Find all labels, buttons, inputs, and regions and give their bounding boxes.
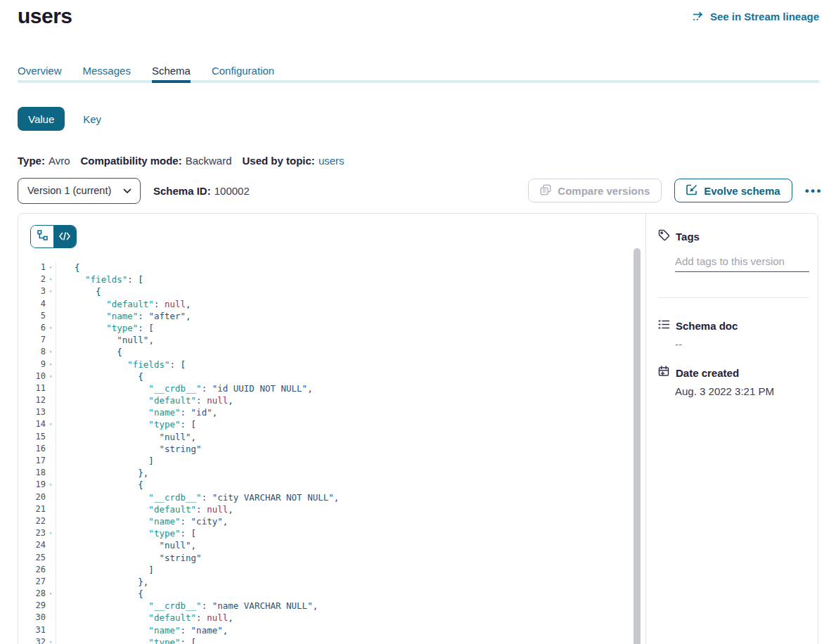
schema-doc-value: -- [675, 338, 809, 350]
fold-spacer [46, 491, 56, 503]
line-number: 32 [18, 636, 46, 644]
fold-arrow-icon[interactable]: ▾ [46, 371, 56, 382]
code-view-toggle[interactable] [53, 226, 76, 247]
code-text: ] [56, 455, 645, 467]
code-line: 7 "null", [18, 334, 645, 346]
fold-arrow-icon[interactable]: ▾ [46, 479, 56, 491]
code-text: { [56, 262, 645, 273]
code-line: 8▾ { [18, 346, 645, 358]
tab-messages[interactable]: Messages [83, 64, 131, 83]
tags-input[interactable] [675, 255, 809, 272]
code-line: 14▾ "type": [ [18, 418, 645, 430]
date-created-section: Date created Aug. 3 2022 3:21 PM [658, 366, 809, 397]
line-number: 18 [18, 467, 46, 479]
code-line: 6▾ "type": [ [18, 322, 645, 334]
value-tab-button[interactable]: Value [18, 107, 65, 131]
tags-header: Tags [658, 229, 809, 243]
fold-spacer [46, 576, 56, 588]
tab-schema[interactable]: Schema [152, 64, 191, 83]
tab-configuration[interactable]: Configuration [212, 64, 274, 83]
tree-view-toggle[interactable] [31, 226, 53, 247]
meta-item: Used by topic:users [243, 155, 345, 167]
code-line: 29 "__crdb__": "name VARCHAR NULL", [18, 600, 645, 612]
meta-value: Backward [186, 155, 232, 167]
tree-view-icon [37, 230, 48, 243]
used-by-topic-link[interactable]: users [319, 155, 345, 167]
line-number: 9 [18, 359, 46, 371]
code-line: 18 }, [18, 467, 645, 479]
fold-arrow-icon[interactable]: ▾ [46, 262, 56, 273]
code-line: 12 "default": null, [18, 394, 645, 406]
evolve-schema-button[interactable]: Evolve schema [674, 179, 792, 202]
fold-spacer [46, 298, 56, 310]
code-line: 20 "__crdb__": "city VARCHAR NOT NULL", [18, 491, 645, 503]
code-line: 25 "string" [18, 552, 645, 564]
meta-label: Used by topic: [243, 155, 315, 167]
code-line: 30 "default": null, [18, 612, 645, 624]
code-text: }, [56, 467, 645, 479]
see-in-stream-lineage-link[interactable]: See in Stream lineage [693, 11, 819, 22]
chevron-down-icon [123, 185, 131, 196]
fold-arrow-icon[interactable]: ▾ [46, 273, 56, 285]
fold-arrow-icon[interactable]: ▾ [46, 285, 56, 297]
line-number: 8 [18, 346, 46, 358]
fold-arrow-icon[interactable]: ▾ [46, 346, 56, 358]
line-number: 29 [18, 600, 46, 612]
fold-arrow-icon[interactable]: ▾ [46, 418, 56, 430]
fold-spacer [46, 624, 56, 636]
code-text: "fields": [ [56, 273, 645, 285]
fold-spacer [46, 406, 56, 418]
key-tab-link[interactable]: Key [83, 113, 101, 125]
fold-arrow-icon[interactable]: ▾ [46, 322, 56, 334]
fold-spacer [46, 382, 56, 394]
code-text: "string" [56, 552, 645, 564]
code-text: "type": [ [56, 636, 645, 644]
version-select[interactable]: Version 1 (current) [18, 178, 141, 204]
fold-spacer [46, 443, 56, 455]
meta-value: Avro [49, 155, 70, 167]
fold-arrow-icon[interactable]: ▾ [46, 527, 56, 539]
fold-spacer [46, 564, 56, 576]
meta-label: Type: [18, 155, 45, 167]
fold-spacer [46, 503, 56, 515]
fold-arrow-icon[interactable]: ▾ [46, 359, 56, 371]
code-text: "string" [56, 443, 645, 455]
line-number: 22 [18, 515, 46, 527]
compare-icon [540, 184, 551, 198]
line-number: 24 [18, 539, 46, 551]
schema-doc-title: Schema doc [676, 320, 738, 332]
version-actions: Compare versions Evolve schema ••• [528, 179, 824, 202]
ellipsis-menu-icon[interactable]: ••• [804, 182, 824, 200]
fold-arrow-icon[interactable]: ▾ [46, 588, 56, 600]
code-text: "type": [ [56, 527, 645, 539]
editor-view-toggle [30, 225, 77, 248]
meta-label: Compatibility mode: [80, 155, 181, 167]
date-created-title: Date created [676, 367, 739, 379]
fold-arrow-icon[interactable]: ▾ [46, 636, 56, 644]
line-number: 19 [18, 479, 46, 491]
code-line: 10▾ { [18, 371, 645, 382]
code-line: 13 "name": "id", [18, 406, 645, 418]
code-text: "default": null, [56, 394, 645, 406]
code-line: 15 "null", [18, 431, 645, 443]
calendar-add-icon [658, 366, 670, 380]
line-number: 15 [18, 431, 46, 443]
line-number: 25 [18, 552, 46, 564]
code-text: { [56, 346, 645, 358]
page-title: users [18, 4, 72, 28]
code-line: 4 "default": null, [18, 298, 645, 310]
code-text: "default": null, [56, 298, 645, 310]
code-line: 23▾ "type": [ [18, 527, 645, 539]
fold-spacer [46, 612, 56, 624]
code-line: 28▾ { [18, 588, 645, 600]
line-number: 13 [18, 406, 46, 418]
scrollbar-thumb[interactable] [634, 248, 641, 644]
line-number: 11 [18, 382, 46, 394]
compare-versions-button[interactable]: Compare versions [528, 179, 662, 202]
code-text: "default": null, [56, 503, 645, 515]
schema-doc-section: Schema doc -- [658, 318, 809, 350]
stream-lineage-icon [693, 11, 705, 22]
tab-overview[interactable]: Overview [18, 64, 62, 83]
code-line: 9▾ "fields": [ [18, 359, 645, 371]
code-text: { [56, 479, 645, 491]
